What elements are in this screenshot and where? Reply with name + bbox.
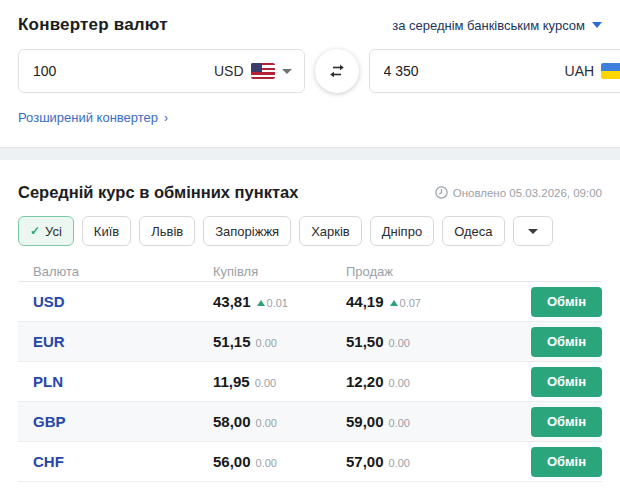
table-row-gbp: GBP 58,000.00 59,000.00 Обмін xyxy=(18,402,602,442)
exchange-button[interactable]: Обмін xyxy=(531,447,602,477)
table-row-pln: PLN 11,950.00 12,200.00 Обмін xyxy=(18,362,602,402)
currency-code: CHF xyxy=(33,453,64,470)
buy-value: 58,00 xyxy=(213,413,251,430)
exchange-button[interactable]: Обмін xyxy=(531,367,602,397)
rates-table: Валюта Купівля Продаж USD 43,810.01 44,1… xyxy=(18,261,602,482)
currency-code: GBP xyxy=(33,413,66,430)
to-currency-select[interactable]: UAH xyxy=(565,63,620,79)
chevron-down-icon xyxy=(528,229,538,234)
filter-chip-kharkiv[interactable]: Харків xyxy=(299,216,362,246)
advanced-converter-label: Розширений конвертер xyxy=(18,110,158,125)
buy-value: 43,81 xyxy=(213,293,251,310)
buy-change: 0.00 xyxy=(255,377,276,389)
sell-value: 12,20 xyxy=(346,373,384,390)
buy-value: 56,00 xyxy=(213,453,251,470)
buy-value: 11,95 xyxy=(213,373,250,390)
table-row-usd: USD 43,810.01 44,190.07 Обмін xyxy=(18,282,602,322)
swap-arrows-icon xyxy=(327,64,347,78)
filter-chip-lviv[interactable]: Львів xyxy=(139,216,195,246)
us-flag-icon xyxy=(251,63,275,79)
filter-chip-kyiv[interactable]: Київ xyxy=(82,216,131,246)
to-amount-input[interactable] xyxy=(384,63,565,79)
table-row-chf: CHF 56,000.00 57,000.00 Обмін xyxy=(18,442,602,482)
currency-code: PLN xyxy=(33,373,63,390)
filter-chip-odesa[interactable]: Одеса xyxy=(442,216,504,246)
filter-chip-label: Львів xyxy=(151,224,183,239)
buy-change: 0.00 xyxy=(256,417,277,429)
rate-type-selector[interactable]: за середнім банківським курсом xyxy=(392,18,602,33)
chevron-right-icon: › xyxy=(164,111,168,125)
check-icon: ✓ xyxy=(30,224,40,238)
sell-value: 51,50 xyxy=(346,333,384,350)
sell-change: 0.00 xyxy=(389,377,410,389)
filter-more-dropdown[interactable] xyxy=(513,216,553,246)
sell-value: 57,00 xyxy=(346,453,384,470)
converter-header: Конвертер валют за середнім банківським … xyxy=(18,13,602,37)
filter-chip-label: Запоріжжя xyxy=(215,224,279,239)
swap-currencies-button[interactable] xyxy=(315,49,359,93)
sell-change: 0.00 xyxy=(389,457,410,469)
from-currency-select[interactable]: USD xyxy=(214,63,292,79)
sell-value: 44,19 xyxy=(346,293,384,310)
to-currency-code: UAH xyxy=(565,63,595,79)
chevron-down-icon xyxy=(282,69,292,74)
sell-change: 0.00 xyxy=(389,417,410,429)
converter-title: Конвертер валют xyxy=(18,15,168,35)
filter-chip-label: Київ xyxy=(94,224,119,239)
exchange-button[interactable]: Обмін xyxy=(531,287,602,317)
filter-chip-all[interactable]: ✓ Усі xyxy=(18,216,74,246)
table-row-eur: EUR 51,150.00 51,500.00 Обмін xyxy=(18,322,602,362)
city-filter-chips: ✓ Усі Київ Львів Запоріжжя Харків Дніпро… xyxy=(18,216,602,246)
updated-timestamp: Оновлено 05.03.2026, 09:00 xyxy=(435,186,602,199)
sell-change: 0.00 xyxy=(389,337,410,349)
arrow-up-icon xyxy=(257,300,265,306)
header-buy: Купівля xyxy=(213,264,346,279)
sell-change: 0.07 xyxy=(400,297,421,309)
filter-chip-label: Одеса xyxy=(454,224,492,239)
filter-chip-label: Дніпро xyxy=(382,224,422,239)
from-amount-box: USD xyxy=(18,49,305,93)
table-header-row: Валюта Купівля Продаж xyxy=(18,261,602,282)
converter-row: USD UAH xyxy=(18,49,602,93)
clock-icon xyxy=(435,186,448,199)
filter-chip-dnipro[interactable]: Дніпро xyxy=(370,216,434,246)
filter-chip-zaporizhzhia[interactable]: Запоріжжя xyxy=(203,216,291,246)
header-currency: Валюта xyxy=(18,264,213,279)
chevron-down-icon xyxy=(592,22,602,28)
currency-code: EUR xyxy=(33,333,65,350)
currency-code: USD xyxy=(33,293,65,310)
buy-value: 51,15 xyxy=(213,333,251,350)
rates-header: Середній курс в обмінних пунктах Оновлен… xyxy=(18,183,602,202)
advanced-converter-link[interactable]: Розширений конвертер › xyxy=(18,110,168,125)
rate-type-label: за середнім банківським курсом xyxy=(392,18,585,33)
buy-change: 0.00 xyxy=(256,457,277,469)
section-divider xyxy=(0,147,620,160)
to-amount-box: UAH xyxy=(369,49,620,93)
filter-chip-label: Усі xyxy=(45,224,62,239)
filter-chip-label: Харків xyxy=(311,224,350,239)
arrow-up-icon xyxy=(390,300,398,306)
from-amount-input[interactable] xyxy=(33,63,214,79)
sell-value: 59,00 xyxy=(346,413,384,430)
header-sell: Продаж xyxy=(346,264,531,279)
exchange-button[interactable]: Обмін xyxy=(531,327,602,357)
ua-flag-icon xyxy=(601,63,620,79)
exchange-button[interactable]: Обмін xyxy=(531,407,602,437)
from-currency-code: USD xyxy=(214,63,244,79)
updated-text: Оновлено 05.03.2026, 09:00 xyxy=(453,187,602,199)
buy-change: 0.00 xyxy=(256,337,277,349)
rates-title: Середній курс в обмінних пунктах xyxy=(18,183,298,202)
buy-change: 0.01 xyxy=(267,297,288,309)
